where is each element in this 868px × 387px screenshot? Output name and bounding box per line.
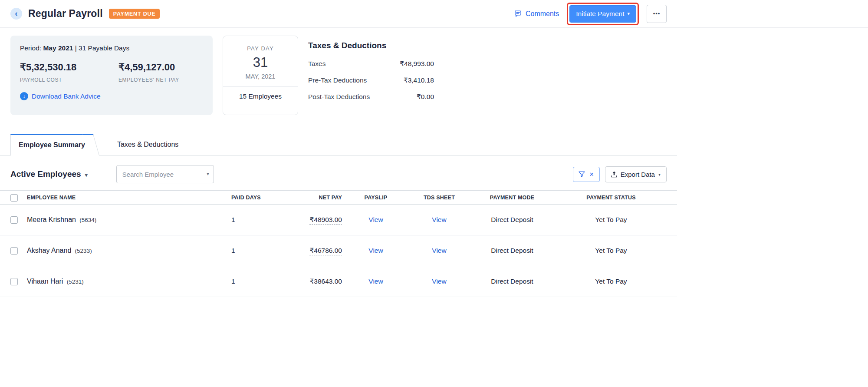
tds-sheet-cell: View [410,247,469,255]
chevron-down-icon: ▾ [85,172,88,178]
initiate-payment-highlight: Initiate Payment ▾ [567,3,639,25]
tab-employee-summary[interactable]: Employee Summary [10,134,91,155]
summary-section: Period: May 2021 | 31 Payable Days ₹5,32… [0,36,677,115]
period-line: Period: May 2021 | 31 Payable Days [20,44,203,52]
payday-divider [223,86,298,87]
payday-label: PAY DAY [223,45,298,52]
tds-view-link[interactable]: View [432,278,446,285]
header-payment-status: PAYMENT STATUS [556,195,667,201]
period-card: Period: May 2021 | 31 Payable Days ₹5,32… [10,36,213,115]
payslip-view-link[interactable]: View [368,278,383,285]
period-label: Period: [20,44,41,52]
comments-label: Comments [526,10,559,18]
row-checkbox[interactable] [10,278,18,285]
row-checkbox-cell [10,278,27,285]
payment-status-cell: Yet To Pay [556,247,667,255]
payroll-cost-value: ₹5,32,530.18 [20,62,118,73]
search-employee-input[interactable] [116,165,214,183]
period-value: May 2021 [43,44,73,52]
initiate-payment-button[interactable]: Initiate Payment ▾ [569,5,636,23]
chevron-down-icon: ▾ [207,171,209,177]
employee-id: (5231) [67,278,84,285]
tds-sheet-cell: View [410,216,469,224]
net-pay-block: ₹4,59,127.00 EMPLOYEES' NET PAY [118,62,179,83]
header-net-pay: NET PAY [279,195,342,201]
paid-days-cell: 1 [231,247,279,255]
payday-card: PAY DAY 31 MAY, 2021 15 Employees [223,36,298,115]
employee-name-cell: Vihaan Hari (5231) [27,278,231,285]
payment-mode-cell: Direct Deposit [469,216,556,224]
header-checkbox-cell [10,193,27,201]
employee-name: Akshay Anand [27,247,71,254]
tds-view-link[interactable]: View [432,216,446,223]
table-row: Meera Krishnan (5634) 1 ₹48903.00 View V… [0,205,677,235]
net-pay-value[interactable]: ₹46786.00 [309,247,342,255]
tds-sheet-cell: View [410,278,469,285]
payday-employee-count: 15 Employees [223,93,298,100]
employee-name-cell: Meera Krishnan (5634) [27,216,231,224]
row-checkbox[interactable] [10,216,18,224]
payment-status-cell: Yet To Pay [556,216,667,224]
payday-month: MAY, 2021 [223,73,298,80]
payroll-cost-label: PAYROLL COST [20,77,118,83]
export-data-button[interactable]: Export Data ▾ [605,166,667,182]
tax-row: Pre-Tax Deductions ₹3,410.18 [308,76,434,84]
active-employees-label: Active Employees [10,169,81,179]
top-bar-left: ‹ Regular Payroll PAYMENT DUE [10,8,160,20]
back-chevron-icon: ‹ [15,8,17,19]
net-pay-label: EMPLOYEES' NET PAY [118,77,179,83]
taxes-deductions-summary: Taxes & Deductions Taxes ₹48,993.00 Pre-… [308,36,434,115]
top-bar: ‹ Regular Payroll PAYMENT DUE Comments I… [0,0,868,28]
tax-row: Post-Tax Deductions ₹0.00 [308,93,434,101]
net-pay-cell: ₹46786.00 [279,247,342,255]
employee-name-cell: Akshay Anand (5233) [27,247,231,255]
payment-status-cell: Yet To Pay [556,278,667,285]
net-pay-value[interactable]: ₹38643.00 [309,278,342,286]
taxes-deductions-title: Taxes & Deductions [308,41,434,50]
payable-days: | 31 Payable Days [75,44,130,52]
payroll-cost-block: ₹5,32,530.18 PAYROLL COST [20,62,118,83]
filter-button[interactable]: ✕ [573,167,600,182]
clear-filter-icon[interactable]: ✕ [589,171,594,178]
payment-due-badge: PAYMENT DUE [109,9,160,19]
initiate-payment-label: Initiate Payment [576,10,624,18]
header-paid-days: PAID DAYS [231,195,279,201]
export-icon [611,171,617,178]
select-all-checkbox[interactable] [10,194,18,202]
comments-button[interactable]: Comments [514,10,559,18]
export-data-label: Export Data [621,171,655,178]
payroll-screen: ‹ Regular Payroll PAYMENT DUE Comments I… [0,0,868,387]
table-header-row: EMPLOYEE NAME PAID DAYS NET PAY PAYSLIP … [0,190,677,205]
payslip-view-link[interactable]: View [368,247,383,254]
row-checkbox[interactable] [10,247,18,255]
tax-row-value: ₹3,410.18 [404,76,434,84]
amounts-row: ₹5,32,530.18 PAYROLL COST ₹4,59,127.00 E… [20,62,203,83]
page-title: Regular Payroll [28,8,103,20]
back-button[interactable]: ‹ [10,8,22,20]
payment-mode-cell: Direct Deposit [469,247,556,255]
download-bank-advice-label: Download Bank Advice [32,93,101,100]
net-pay-value[interactable]: ₹48903.00 [309,216,342,225]
tax-row: Taxes ₹48,993.00 [308,60,434,68]
payment-mode-cell: Direct Deposit [469,278,556,285]
tax-row-label: Taxes [308,60,326,68]
tds-view-link[interactable]: View [432,247,446,254]
active-employees-dropdown[interactable]: Active Employees ▾ [10,169,88,179]
table-row: Akshay Anand (5233) 1 ₹46786.00 View Vie… [0,235,677,266]
employee-id: (5233) [75,248,92,254]
net-pay-value: ₹4,59,127.00 [118,62,179,73]
tax-row-label: Pre-Tax Deductions [308,76,367,84]
tax-row-label: Post-Tax Deductions [308,93,370,101]
more-actions-button[interactable]: ••• [647,5,667,23]
tab-taxes-deductions[interactable]: Taxes & Deductions [108,135,187,155]
header-employee-name: EMPLOYEE NAME [27,195,231,201]
search-employee-select: ▾ [116,165,214,183]
payslip-view-link[interactable]: View [368,216,383,223]
employee-id: (5634) [79,217,96,223]
download-bank-advice-link[interactable]: ↓ Download Bank Advice [20,92,101,100]
chevron-down-icon: ▾ [658,172,661,177]
tax-row-value: ₹48,993.00 [400,60,434,68]
payslip-cell: View [342,216,410,224]
header-payslip: PAYSLIP [342,195,410,201]
employee-name: Meera Krishnan [27,216,76,223]
